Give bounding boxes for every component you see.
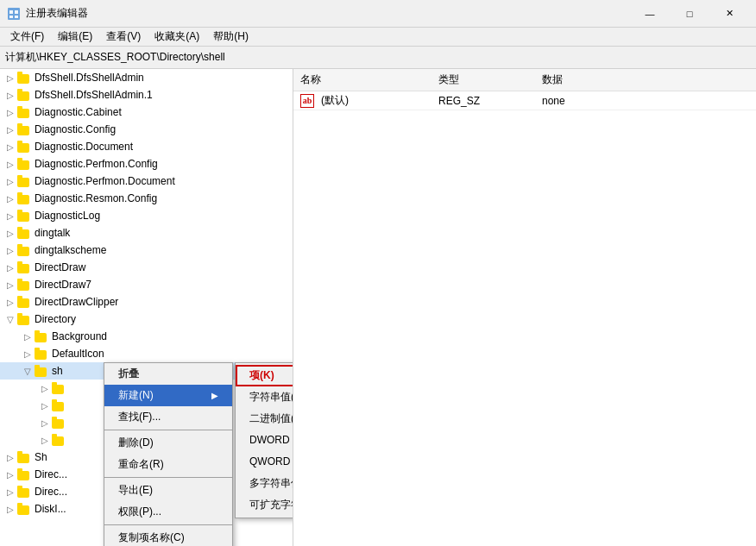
list-item[interactable]: ▷ Diagnostic.Document [0, 138, 293, 155]
close-button[interactable]: ✕ [709, 0, 749, 28]
expand-icon[interactable]: ▷ [3, 174, 17, 188]
expand-icon[interactable]: ▷ [38, 416, 52, 430]
expand-icon[interactable]: ▷ [3, 278, 17, 292]
expand-icon[interactable]: ▷ [3, 140, 17, 154]
list-item[interactable]: ▷ DirectDraw [0, 259, 293, 276]
context-menu-item-permissions[interactable]: 权限(P)... [104, 501, 232, 523]
tree-node-label: Diagnostic.Cabinet [35, 106, 122, 118]
tree-node-label: DirectDrawClipper [35, 296, 118, 308]
submenu-item-key[interactable]: 项(K) [236, 365, 293, 386]
list-item[interactable]: ▷ Diagnostic.Config [0, 121, 293, 138]
maximize-button[interactable]: □ [670, 0, 709, 28]
expand-icon[interactable]: ▷ [3, 105, 17, 119]
right-panel-header: 名称 类型 数据 [293, 69, 756, 91]
folder-icon [17, 72, 31, 84]
context-menu-item-find[interactable]: 查找(F)... [104, 406, 232, 428]
tree-node-label: Directory [35, 313, 76, 325]
expand-icon[interactable]: ▽ [21, 364, 35, 378]
folder-icon [17, 141, 31, 153]
submenu-item-expandstring[interactable]: 可扩充字符串值(E) [236, 494, 293, 516]
address-path: 计算机\HKEY_CLASSES_ROOT\Directory\shell [5, 50, 225, 65]
list-item[interactable]: ▽ Directory [0, 311, 293, 328]
folder-icon [17, 296, 31, 308]
svg-rect-4 [15, 16, 18, 18]
tree-node-label: dingtalk [35, 227, 70, 239]
list-item[interactable]: ▷ DirectDrawClipper [0, 293, 293, 311]
minimize-button[interactable]: — [630, 0, 670, 28]
folder-icon [17, 468, 31, 480]
submenu-item-qword[interactable]: QWORD (64 位)值(Q) [236, 451, 293, 473]
menu-favorites[interactable]: 收藏夹(A) [148, 28, 206, 46]
folder-icon [35, 365, 48, 377]
list-item[interactable]: ▷ DfsShell.DfsShellAdmin [0, 69, 293, 86]
folder-icon [17, 158, 31, 170]
expand-icon[interactable]: ▷ [3, 243, 17, 257]
expand-icon[interactable]: ▷ [3, 157, 17, 171]
expand-icon[interactable]: ▷ [3, 226, 17, 240]
folder-icon [17, 123, 31, 135]
expand-icon[interactable]: ▽ [3, 312, 17, 326]
expand-icon[interactable]: ▷ [3, 122, 17, 136]
right-panel: 名称 类型 数据 ab (默认) REG_SZ none [293, 69, 756, 546]
list-item[interactable]: ▷ dingtalkscheme [0, 242, 293, 259]
tree-node-label: Background [52, 330, 107, 342]
folder-icon [17, 210, 31, 222]
expand-icon[interactable]: ▷ [3, 468, 17, 481]
expand-icon[interactable]: ▷ [3, 295, 17, 309]
expand-icon[interactable]: ▷ [3, 502, 17, 516]
context-menu-item-rename[interactable]: 重命名(R) [104, 454, 232, 475]
context-menu-separator [104, 430, 232, 430]
expand-icon[interactable]: ▷ [3, 191, 17, 205]
list-item[interactable]: ▷ Background [0, 328, 293, 345]
submenu-item-dword[interactable]: DWORD (32 位)值(D) [236, 430, 293, 451]
list-item[interactable]: ▷ dingtalk [0, 224, 293, 242]
context-menu-item-new[interactable]: 新建(N) ▶ [104, 385, 232, 406]
expand-icon[interactable]: ▷ [3, 71, 17, 85]
expand-icon[interactable]: ▷ [3, 450, 17, 464]
expand-icon[interactable]: ▷ [38, 433, 52, 447]
list-item[interactable]: ▷ Diagnostic.Perfmon.Document [0, 173, 293, 190]
context-menu-separator-3 [104, 524, 232, 525]
expand-icon[interactable]: ▷ [3, 485, 17, 499]
list-item[interactable]: ▷ Diagnostic.Perfmon.Config [0, 155, 293, 173]
menu-view[interactable]: 查看(V) [99, 28, 148, 46]
expand-icon[interactable]: ▷ [38, 399, 52, 412]
list-item[interactable]: ▷ DfsShell.DfsShellAdmin.1 [0, 86, 293, 104]
context-menu-item-copy-name[interactable]: 复制项名称(C) [104, 527, 232, 546]
tree-node-label: DirectDraw7 [35, 279, 91, 291]
list-item[interactable]: ▷ DiagnosticLog [0, 207, 293, 224]
context-menu-item-export[interactable]: 导出(E) [104, 480, 232, 501]
tree-node-label: Direc... [35, 486, 67, 498]
folder-icon [17, 192, 31, 204]
folder-icon [35, 330, 48, 342]
expand-icon[interactable]: ▷ [38, 381, 52, 395]
context-menu-item-delete[interactable]: 删除(D) [104, 432, 232, 454]
tree-node-label: Direc... [35, 468, 67, 480]
menu-edit[interactable]: 编辑(E) [51, 28, 99, 46]
table-row[interactable]: ab (默认) REG_SZ none [293, 91, 756, 110]
tree-node-label: DfsShell.DfsShellAdmin [35, 72, 144, 84]
list-item[interactable]: ▷ DirectDraw7 [0, 276, 293, 293]
expand-icon[interactable]: ▷ [3, 88, 17, 102]
app-icon [7, 7, 21, 21]
tree-node-label: DirectDraw [35, 261, 85, 273]
tree-node-label: Diagnostic.Resmon.Config [35, 192, 157, 204]
submenu-item-string[interactable]: 字符串值(S) [236, 386, 293, 408]
folder-icon [17, 279, 31, 291]
expand-icon[interactable]: ▷ [3, 260, 17, 274]
folder-icon [17, 486, 31, 498]
menu-file[interactable]: 文件(F) [3, 28, 51, 46]
list-item[interactable]: ▷ Diagnostic.Resmon.Config [0, 190, 293, 207]
submenu-item-multistring[interactable]: 多字符串值(M) [236, 473, 293, 494]
list-item[interactable]: ▷ DefaultIcon [0, 345, 293, 362]
expand-icon[interactable]: ▷ [21, 329, 35, 343]
submenu-item-binary[interactable]: 二进制值(B) [236, 408, 293, 430]
folder-icon [52, 382, 66, 394]
expand-icon[interactable]: ▷ [3, 209, 17, 223]
folder-icon [17, 106, 31, 118]
expand-icon[interactable]: ▷ [21, 347, 35, 361]
menu-help[interactable]: 帮助(H) [206, 28, 255, 46]
folder-icon [17, 503, 31, 515]
address-bar: 计算机\HKEY_CLASSES_ROOT\Directory\shell [0, 47, 756, 69]
list-item[interactable]: ▷ Diagnostic.Cabinet [0, 104, 293, 121]
